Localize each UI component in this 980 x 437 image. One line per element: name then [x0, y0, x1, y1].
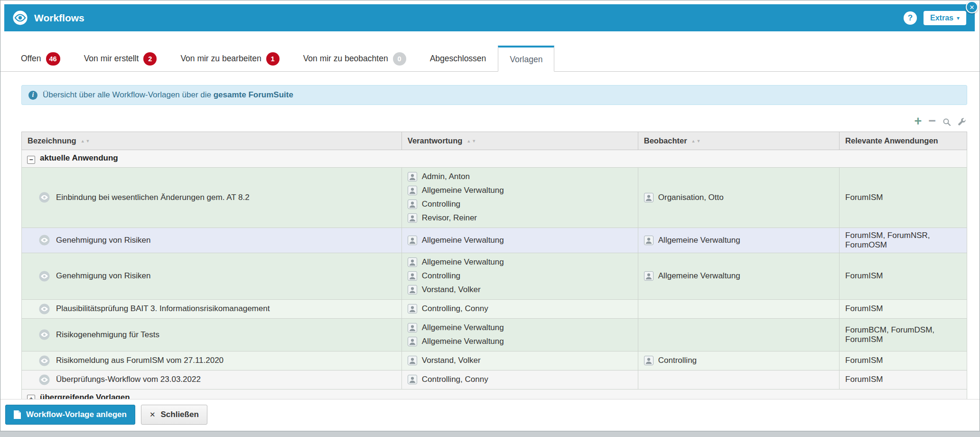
app-eye-icon	[13, 10, 28, 25]
person-entry: Controlling	[644, 354, 833, 368]
document-icon	[14, 410, 21, 419]
workflow-template-row[interactable]: Genehmigung von Risiken Allgemeine Verwa…	[22, 253, 967, 299]
info-icon: i	[28, 91, 37, 100]
person-icon	[408, 356, 417, 365]
group-row-aktuelle-anwendung[interactable]: −aktuelle Anwendung	[22, 150, 967, 168]
person-entry: Allgemeine Verwaltung	[408, 321, 632, 335]
remove-icon[interactable]: −	[928, 114, 936, 127]
column-header-relevante-anwendungen[interactable]: Relevante Anwendungen	[840, 132, 967, 150]
content-area: i Übersicht über alle Workflow-Vorlagen …	[0, 85, 980, 424]
person-entry: Allgemeine Verwaltung	[408, 184, 632, 198]
workflow-template-row[interactable]: Risikogenehmigung für Tests Allgemeine V…	[22, 318, 967, 351]
responsible-cell: Allgemeine Verwaltung	[401, 228, 638, 253]
tab-label: Von mir zu beobachten	[303, 54, 388, 64]
person-icon	[408, 257, 417, 267]
person-name: Controlling, Conny	[422, 375, 488, 384]
extras-label: Extras	[930, 14, 953, 22]
observer-cell	[638, 318, 839, 351]
person-entry: Controlling, Conny	[408, 373, 632, 387]
observer-cell: Allgemeine Verwaltung	[638, 253, 839, 299]
responsible-cell: Allgemeine Verwaltung Allgemeine Verwalt…	[401, 318, 638, 351]
help-button[interactable]: ?	[904, 11, 917, 25]
person-name: Allgemeine Verwaltung	[422, 186, 504, 195]
person-name: Allgemeine Verwaltung	[658, 271, 740, 281]
column-label: Relevante Anwendungen	[845, 136, 938, 145]
tab-label: Vorlagen	[510, 55, 542, 65]
column-header-beobachter[interactable]: Beobachter▲▼	[638, 132, 839, 150]
info-banner-text: Übersicht über alle Workflow-Vorlagen üb…	[43, 90, 293, 100]
column-header-verantwortung[interactable]: Verantwortung▲▼	[401, 132, 638, 150]
settings-wrench-icon[interactable]	[958, 118, 966, 126]
person-entry: Admin, Anton	[408, 170, 632, 184]
workflow-name: Risikomeldung aus ForumISM vom 27.11.202…	[56, 356, 224, 365]
workflow-eye-icon	[39, 329, 50, 340]
workflow-template-row[interactable]: Risikomeldung aus ForumISM vom 27.11.202…	[22, 351, 967, 370]
workflow-template-row[interactable]: Einbindung bei wesentlichen Änderungen g…	[22, 167, 967, 228]
relevant-applications: ForumBCM, ForumDSM, ForumISM	[840, 318, 967, 351]
tab-label: Offen	[21, 54, 41, 64]
tab-label: Von mir zu bearbeiten	[180, 54, 261, 64]
person-icon	[408, 271, 417, 281]
person-icon	[644, 356, 653, 365]
person-name: Allgemeine Verwaltung	[422, 323, 504, 332]
expand-toggle-icon[interactable]: −	[27, 156, 35, 164]
tab-von-mir-zu-bearbeiten[interactable]: Von mir zu bearbeiten 1	[168, 46, 291, 72]
sort-icons: ▲▼	[81, 139, 90, 143]
create-workflow-template-button[interactable]: Workflow-Vorlage anlegen	[5, 405, 135, 425]
relevant-applications: ForumISM	[840, 351, 967, 370]
observer-cell	[638, 370, 839, 389]
tab-von-mir-zu-beobachten[interactable]: Von mir zu beobachten 0	[291, 46, 418, 72]
observer-cell: Controlling	[638, 351, 839, 370]
tab-von-mir-erstellt[interactable]: Von mir erstellt 2	[72, 46, 169, 72]
responsible-cell: Controlling, Conny	[401, 370, 638, 389]
workflow-eye-icon	[39, 235, 50, 246]
workflow-template-row[interactable]: Genehmigung von Risiken Allgemeine Verwa…	[22, 228, 967, 253]
relevant-applications: ForumISM	[840, 370, 967, 389]
extras-button[interactable]: Extras ▾	[924, 11, 966, 25]
tab-badge: 0	[393, 52, 406, 66]
person-icon	[408, 323, 417, 332]
relevant-applications: ForumISM	[840, 299, 967, 318]
sort-icons: ▲▼	[467, 139, 476, 143]
create-button-label: Workflow-Vorlage anlegen	[26, 409, 127, 420]
person-name: Vorstand, Volker	[422, 285, 481, 294]
add-icon[interactable]: +	[914, 115, 922, 128]
relevant-applications: ForumISM	[840, 253, 967, 299]
observer-cell	[638, 299, 839, 318]
tab-badge: 1	[266, 52, 280, 66]
person-name: Organisation, Otto	[658, 193, 724, 202]
person-icon	[408, 304, 417, 314]
person-name: Controlling	[422, 271, 460, 281]
person-entry: Organisation, Otto	[644, 190, 833, 204]
person-icon	[408, 337, 417, 346]
person-icon	[408, 285, 417, 294]
chevron-down-icon: ▾	[957, 15, 960, 21]
close-button-label: Schließen	[160, 409, 198, 420]
person-name: Allgemeine Verwaltung	[422, 236, 504, 245]
table-header-row: Bezeichnung▲▼ Verantwortung▲▼ Beobachter…	[22, 132, 967, 150]
workflow-name: Genehmigung von Risiken	[56, 271, 150, 281]
tab-badge: 46	[46, 52, 60, 66]
workflow-eye-icon	[39, 355, 50, 366]
person-entry: Allgemeine Verwaltung	[644, 269, 833, 283]
sort-icons: ▲▼	[691, 139, 701, 143]
column-header-bezeichnung[interactable]: Bezeichnung▲▼	[22, 132, 402, 150]
tab-vorlagen[interactable]: Vorlagen	[498, 46, 554, 72]
person-entry: Controlling	[408, 269, 632, 283]
tab-offen[interactable]: Offen 46	[9, 46, 72, 72]
close-button[interactable]: ✕ Schließen	[141, 405, 207, 425]
person-entry: Revisor, Reiner	[408, 211, 632, 225]
person-entry: Vorstand, Volker	[408, 354, 632, 368]
window-close-button[interactable]: ✕	[966, 1, 978, 13]
person-icon	[408, 186, 417, 195]
tab-abgeschlossen[interactable]: Abgeschlossen	[418, 46, 498, 72]
person-icon	[644, 271, 653, 281]
table-toolbar: + −	[21, 116, 966, 128]
search-icon[interactable]	[943, 118, 951, 126]
column-label: Bezeichnung	[28, 136, 76, 145]
workflow-name: Plausibilitätsprüfung BAIT 3. Informatio…	[56, 304, 270, 314]
workflow-template-row[interactable]: Überprüfungs-Workflow vom 23.03.2022 Con…	[22, 370, 967, 389]
column-label: Beobachter	[644, 136, 687, 145]
workflow-template-row[interactable]: Plausibilitätsprüfung BAIT 3. Informatio…	[22, 299, 967, 318]
person-entry: Vorstand, Volker	[408, 283, 632, 297]
